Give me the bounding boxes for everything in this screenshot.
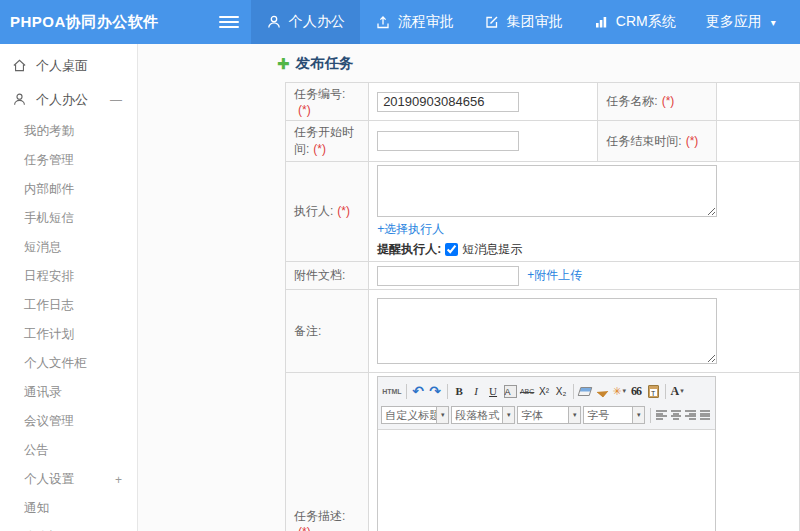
font-size-dropdown[interactable]: 字号 ▾ xyxy=(583,406,645,424)
eraser-icon xyxy=(578,387,593,396)
paragraph-format-dropdown[interactable]: 段落格式 ▾ xyxy=(451,406,515,424)
format-brush-button[interactable] xyxy=(594,381,611,401)
custom-title-dropdown[interactable]: 自定义标题 ▾ xyxy=(381,406,449,424)
sidebar-item-personal-office[interactable]: 个人办公 — xyxy=(0,83,137,117)
subscript-button[interactable]: X₂ xyxy=(553,381,570,401)
page-title: 发布任务 xyxy=(296,54,354,73)
align-justify-button[interactable] xyxy=(700,409,711,421)
sidebar-item-task-management[interactable]: 任务管理 xyxy=(0,146,137,175)
required-mark: (*) xyxy=(662,94,675,108)
editor-content-area[interactable] xyxy=(378,430,715,531)
font-style-icon[interactable]: A xyxy=(504,385,517,398)
sidebar-item-memorabilia[interactable]: 大事记 xyxy=(0,523,137,531)
font-color-button[interactable]: A▾ xyxy=(669,381,686,401)
executor-textarea[interactable] xyxy=(377,165,717,217)
nav-label: 集团审批 xyxy=(507,13,563,31)
eraser-button[interactable] xyxy=(577,381,594,401)
auto-typeset-button[interactable]: ✳▾ xyxy=(611,381,628,401)
sidebar-item-personal-files[interactable]: 个人文件柜 xyxy=(0,349,137,378)
attachment-label-cell: 附件文档: xyxy=(286,262,369,290)
menu-toggle-icon[interactable] xyxy=(219,0,239,44)
nav-label: 个人办公 xyxy=(289,13,345,31)
chevron-down-icon: ▾ xyxy=(680,387,684,395)
expand-icon[interactable]: + xyxy=(115,473,122,487)
sidebar-item-announcement[interactable]: 公告 xyxy=(0,436,137,465)
remark-textarea[interactable] xyxy=(377,298,717,364)
remark-cell xyxy=(369,290,800,373)
nav-more-apps[interactable]: 更多应用 ▾ xyxy=(691,0,791,44)
end-time-label-cell: 任务结束时间:(*) xyxy=(598,121,716,162)
task-number-cell xyxy=(369,83,598,121)
sidebar-item-notice[interactable]: 通知 xyxy=(0,494,137,523)
sidebar-item-internal-mail[interactable]: 内部邮件 xyxy=(0,175,137,204)
brush-icon xyxy=(596,385,609,398)
nav-group-approval[interactable]: 集团审批 xyxy=(469,0,578,44)
strikethrough-button[interactable]: ABC xyxy=(519,381,536,401)
edit-icon xyxy=(484,14,500,30)
plus-icon: ✚ xyxy=(277,55,290,73)
sidebar-item-work-log[interactable]: 工作日志 xyxy=(0,291,137,320)
description-label-cell: 任务描述:(*) xyxy=(286,373,369,531)
redo-button[interactable]: ↷ xyxy=(427,381,444,401)
html-source-button[interactable]: HTML xyxy=(381,381,402,401)
sidebar-item-my-attendance[interactable]: 我的考勤 xyxy=(0,117,137,146)
top-navbar: PHPOA协同办公软件 个人办公 流程审批 集团审批 CRM系统 xyxy=(0,0,800,44)
user-icon xyxy=(12,92,28,108)
sidebar-item-contacts[interactable]: 通讯录 xyxy=(0,378,137,407)
nav-label: 更多应用 xyxy=(706,13,762,31)
start-time-input[interactable] xyxy=(377,131,519,151)
sidebar-item-personal-desktop[interactable]: 个人桌面 xyxy=(0,49,137,83)
superscript-button[interactable]: X² xyxy=(536,381,553,401)
sidebar-item-meeting-management[interactable]: 会议管理 xyxy=(0,407,137,436)
required-mark: (*) xyxy=(313,142,326,156)
blockquote-button[interactable]: 66 xyxy=(628,381,645,401)
sidebar-item-label: 个人桌面 xyxy=(36,57,88,75)
nav-label: CRM系统 xyxy=(616,13,676,31)
chevron-down-icon: ▾ xyxy=(622,387,626,395)
align-center-button[interactable] xyxy=(671,409,682,421)
chevron-down-icon[interactable]: ▾ xyxy=(633,406,645,424)
remind-executor-label: 提醒执行人: xyxy=(377,241,441,258)
task-form: 任务编号:(*) 任务名称:(*) 任务开始时间:(*) 任务结束时间 xyxy=(285,82,800,531)
italic-button[interactable]: I xyxy=(468,381,485,401)
task-name-cell xyxy=(716,83,799,121)
nav-crm-system[interactable]: CRM系统 xyxy=(578,0,691,44)
clipboard-icon: T xyxy=(648,385,659,398)
underline-button[interactable]: U xyxy=(485,381,502,401)
chevron-down-icon[interactable]: ▾ xyxy=(569,406,581,424)
sidebar-item-schedule[interactable]: 日程安排 xyxy=(0,262,137,291)
undo-button[interactable]: ↶ xyxy=(410,381,427,401)
nav-personal-office[interactable]: 个人办公 xyxy=(251,0,360,44)
font-family-dropdown[interactable]: 字体 ▾ xyxy=(517,406,581,424)
task-number-input[interactable] xyxy=(377,92,519,112)
sidebar-item-work-plan[interactable]: 工作计划 xyxy=(0,320,137,349)
page-header: ✚ 发布任务 xyxy=(277,54,800,73)
nav-label: 流程审批 xyxy=(398,13,454,31)
attachment-cell: +附件上传 xyxy=(369,262,800,290)
bold-button[interactable]: B xyxy=(451,381,468,401)
collapse-icon[interactable]: — xyxy=(110,93,122,107)
align-left-button[interactable] xyxy=(656,409,667,421)
nav-workflow-approval[interactable]: 流程审批 xyxy=(360,0,469,44)
magic-icon: ✳ xyxy=(612,385,621,398)
required-mark: (*) xyxy=(337,204,350,218)
flow-approval-icon xyxy=(375,14,391,30)
app-logo: PHPOA协同办公软件 xyxy=(0,0,169,44)
align-right-button[interactable] xyxy=(685,409,696,421)
sidebar-item-mobile-sms[interactable]: 手机短信 xyxy=(0,204,137,233)
attachment-input[interactable] xyxy=(377,266,519,286)
sidebar-item-personal-settings[interactable]: 个人设置 + xyxy=(0,465,137,494)
task-name-label-cell: 任务名称:(*) xyxy=(598,83,716,121)
paste-text-button[interactable]: T xyxy=(645,381,662,401)
select-executor-link[interactable]: +选择执行人 xyxy=(377,222,444,236)
remark-label-cell: 备注: xyxy=(286,290,369,373)
attachment-upload-link[interactable]: +附件上传 xyxy=(527,267,582,284)
bar-chart-icon xyxy=(593,14,609,30)
chevron-down-icon[interactable]: ▾ xyxy=(503,406,515,424)
rich-text-editor: HTML ↶ ↷ B I U A ABC X² xyxy=(377,376,716,531)
sms-remind-checkbox[interactable] xyxy=(445,243,458,256)
chevron-down-icon[interactable]: ▾ xyxy=(437,406,449,424)
main-content: ✚ 发布任务 任务编号:(*) 任务名称:(*) 任务开始时间:(*) xyxy=(138,44,800,531)
sidebar-item-short-message[interactable]: 短消息 xyxy=(0,233,137,262)
task-number-label-cell: 任务编号:(*) xyxy=(286,83,369,121)
